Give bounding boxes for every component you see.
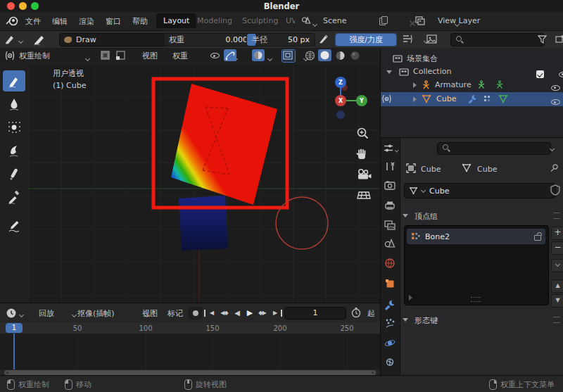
fake-user-shield-icon[interactable] bbox=[550, 184, 560, 196]
menu-window[interactable]: 窗口 bbox=[106, 16, 121, 27]
timeline-scrollbar[interactable] bbox=[4, 370, 376, 375]
shape-keys-panel-label[interactable]: 形态键 bbox=[415, 315, 438, 326]
tab-render-icon[interactable] bbox=[384, 181, 396, 191]
tab-physics-icon[interactable] bbox=[384, 338, 396, 348]
mesh-name-field[interactable]: Cube bbox=[404, 183, 556, 198]
menu-weights[interactable]: 权重 bbox=[172, 51, 188, 61]
list-resize-grip-icon[interactable] bbox=[471, 297, 481, 302]
zoom-button[interactable] bbox=[355, 127, 371, 142]
next-keyframe-button[interactable]: ◆▶ bbox=[256, 308, 268, 318]
paint-mask-vertex-icon[interactable] bbox=[115, 50, 127, 61]
tab-sculpting[interactable]: Sculpting bbox=[242, 16, 278, 25]
outliner-filter-icon[interactable] bbox=[538, 35, 547, 44]
previous-keyframe-button[interactable]: ◀◆ bbox=[218, 308, 230, 318]
outliner-row-cube[interactable]: Cube bbox=[381, 92, 563, 106]
play-button[interactable]: ▶ bbox=[243, 308, 255, 318]
menu-view[interactable]: 视图 bbox=[142, 51, 158, 61]
collection-visibility-icon[interactable] bbox=[559, 70, 563, 79]
tab-constraints-icon[interactable] bbox=[384, 357, 396, 367]
play-reverse-button[interactable]: ◀ bbox=[231, 308, 243, 318]
vertex-group-add-button[interactable]: + bbox=[551, 227, 563, 240]
pan-hand-button[interactable] bbox=[354, 147, 369, 163]
active-tool-dropdown-icon[interactable] bbox=[18, 39, 24, 44]
shape-keys-expand-icon[interactable] bbox=[403, 318, 408, 322]
properties-options-icon[interactable] bbox=[550, 146, 555, 152]
outliner-row-scene-collection[interactable]: 场景集合 bbox=[381, 52, 563, 65]
tool-smear-button[interactable] bbox=[3, 140, 25, 161]
cube-visibility-icon[interactable] bbox=[551, 98, 560, 106]
tab-scene-icon[interactable] bbox=[384, 239, 396, 248]
tab-tool-icon[interactable] bbox=[385, 161, 396, 172]
mode-dropdown-icon[interactable] bbox=[85, 56, 91, 62]
camera-view-button[interactable] bbox=[355, 167, 372, 182]
tool-gradient-button[interactable] bbox=[3, 163, 25, 184]
active-tool-icon[interactable] bbox=[4, 34, 17, 45]
timeline-track-area[interactable] bbox=[0, 334, 380, 369]
playhead-badge[interactable]: 1 bbox=[6, 323, 23, 333]
falloff-icon[interactable] bbox=[403, 34, 413, 44]
current-frame-field[interactable]: 1 bbox=[284, 307, 346, 320]
tab-modifiers-icon[interactable] bbox=[384, 299, 396, 310]
editor-type-icon[interactable] bbox=[384, 144, 394, 153]
brush-name-field[interactable]: Draw bbox=[59, 33, 167, 46]
outliner-row-armature[interactable]: Armature bbox=[381, 79, 563, 92]
collection-checkbox[interactable] bbox=[536, 70, 544, 78]
tab-object-icon[interactable] bbox=[385, 279, 396, 289]
vertex-groups-grip-icon[interactable] bbox=[553, 213, 560, 219]
pressure-pen-icon[interactable] bbox=[318, 34, 329, 44]
menu-file[interactable]: 文件 bbox=[25, 16, 41, 27]
menu-render[interactable]: 渲染 bbox=[79, 16, 94, 27]
mesh-name-value[interactable]: Cube bbox=[429, 186, 449, 196]
shape-keys-grip-icon[interactable] bbox=[553, 317, 560, 323]
stopwatch-icon[interactable] bbox=[350, 307, 362, 318]
armature-expand-icon[interactable] bbox=[413, 82, 417, 88]
vertex-groups-panel-label[interactable]: 顶点组 bbox=[415, 211, 438, 222]
tab-uv-editing[interactable]: UV bbox=[286, 16, 295, 25]
collection-label[interactable]: Collection bbox=[413, 67, 451, 76]
tab-view-layer-icon[interactable] bbox=[384, 220, 396, 230]
radius-slider[interactable]: 半径 50 px bbox=[246, 33, 315, 46]
vertex-group-list[interactable]: Bone2 bbox=[404, 225, 549, 305]
cube-expand-icon[interactable] bbox=[413, 96, 417, 102]
mesh-browse-dropdown-icon[interactable] bbox=[421, 188, 426, 194]
mode-selector[interactable]: 权重绘制 bbox=[19, 51, 50, 61]
playback-dropdown-icon[interactable] bbox=[72, 312, 77, 318]
new-collection-icon[interactable] bbox=[555, 34, 563, 44]
jump-to-start-button[interactable]: ◀ bbox=[204, 310, 217, 317]
viewport-3d[interactable]: 用户透视 (1) Cube Z Y X bbox=[28, 63, 381, 303]
tab-world-icon[interactable] bbox=[384, 258, 396, 269]
breadcrumb-object-label[interactable]: Cube bbox=[421, 165, 441, 174]
lock-open-icon[interactable] bbox=[534, 235, 541, 241]
tab-modeling[interactable]: Modeling bbox=[197, 16, 232, 25]
shading-material-icon[interactable] bbox=[334, 50, 346, 61]
proportional-dropdown-icon[interactable] bbox=[267, 56, 273, 62]
timeline-editor-dropdown-icon[interactable] bbox=[19, 312, 25, 318]
auto-keying-button[interactable] bbox=[189, 307, 202, 320]
editor-type-dropdown-icon[interactable] bbox=[395, 148, 399, 153]
breadcrumb-data-label[interactable]: Cube bbox=[477, 165, 497, 174]
vertex-group-move-up-button[interactable]: ▲ bbox=[551, 279, 563, 293]
falloff-sphere-icon[interactable] bbox=[252, 49, 265, 61]
timeline-menu-view[interactable]: 视图 bbox=[142, 308, 158, 319]
pin-icon[interactable] bbox=[550, 163, 559, 172]
shading-wireframe-icon[interactable] bbox=[304, 50, 316, 61]
properties-search-input[interactable] bbox=[437, 142, 551, 155]
tab-layout[interactable]: Layout bbox=[156, 13, 196, 28]
toggle-ortho-button[interactable] bbox=[356, 189, 372, 201]
scene-new-icon[interactable] bbox=[379, 16, 387, 25]
tool-annotate-button[interactable] bbox=[3, 215, 25, 236]
timeline-menu-keying[interactable]: 抠像(插帧) bbox=[77, 308, 115, 319]
shading-solid-icon[interactable] bbox=[318, 49, 331, 61]
scene-dropdown-icon[interactable] bbox=[312, 22, 318, 27]
menu-edit[interactable]: 编辑 bbox=[52, 16, 68, 27]
view-layer-name[interactable]: View Layer bbox=[438, 16, 480, 25]
playhead-line[interactable] bbox=[13, 334, 15, 369]
vertex-group-name[interactable]: Bone2 bbox=[425, 232, 529, 241]
brush-icon[interactable] bbox=[32, 33, 46, 46]
view-layer-icon[interactable] bbox=[415, 16, 425, 25]
blender-logo-icon[interactable] bbox=[6, 15, 20, 27]
vertex-group-remove-button[interactable]: − bbox=[551, 241, 563, 255]
start-frame-label[interactable]: 起 bbox=[367, 308, 379, 319]
cube-label[interactable]: Cube bbox=[436, 94, 456, 103]
tool-sample-weight-button[interactable] bbox=[3, 186, 25, 208]
